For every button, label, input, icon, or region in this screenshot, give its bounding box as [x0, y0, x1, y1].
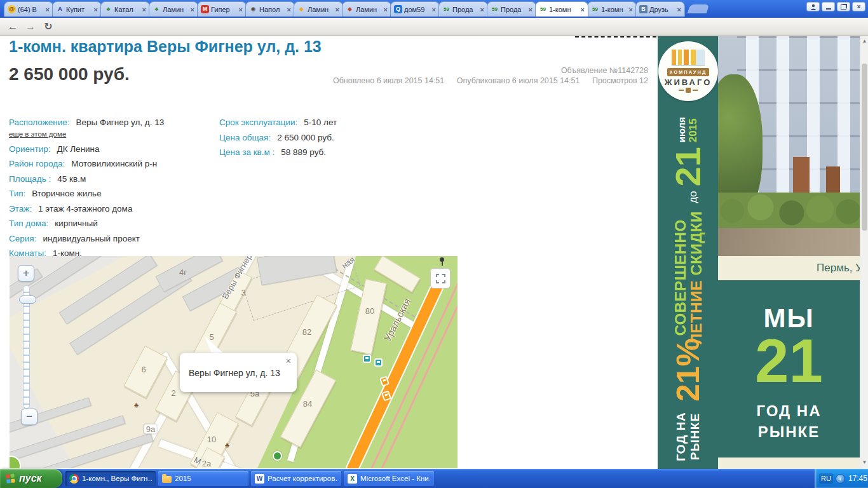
- browser-tab[interactable]: Qдом59×: [390, 1, 440, 17]
- page-scrollbar[interactable]: ▲ ▼: [860, 36, 868, 469]
- n59-icon: 59: [491, 5, 499, 13]
- tab-close-icon[interactable]: ×: [677, 6, 681, 13]
- reload-button[interactable]: ↻: [41, 20, 56, 34]
- map-zoom-slider-track[interactable]: [23, 285, 30, 409]
- more-in-this-house-link[interactable]: еще в этом доме: [9, 130, 212, 138]
- detail-row: Расположение:Веры Фигнер ул, д. 13: [9, 118, 212, 127]
- tab-close-icon[interactable]: ×: [336, 6, 339, 13]
- system-tray: RU ‹ 17:45: [815, 469, 868, 488]
- scroll-up-icon[interactable]: ▲: [860, 36, 868, 46]
- ad-side-caption: ГОД НА РЫНКЕ: [658, 405, 718, 468]
- listing-published: Опубликовано 6 июля 2015 14:51: [457, 76, 580, 85]
- map-zoom-out-button[interactable]: −: [21, 409, 37, 425]
- ad-banner-main[interactable]: Пермь, У МЫ 21 ГОД НА РЫНКЕ: [718, 36, 860, 469]
- map-building-label: 2а: [202, 459, 211, 468]
- detail-value: 45 кв.м: [57, 174, 86, 184]
- close-button[interactable]: ×: [852, 2, 865, 11]
- map-building-label: 3: [241, 288, 245, 297]
- tab-label: (64) В: [18, 6, 44, 13]
- tab-close-icon[interactable]: ×: [94, 6, 98, 13]
- browser-tab[interactable]: МГипер×: [197, 1, 247, 17]
- start-label: пуск: [19, 473, 42, 484]
- tree-icon: ♣: [104, 5, 112, 13]
- minimize-icon: [826, 8, 831, 10]
- restore-button[interactable]: [837, 2, 850, 11]
- browser-tab[interactable]: ВДрузь×: [635, 1, 685, 17]
- tab-label: Купит: [66, 6, 92, 13]
- browser-tab[interactable]: ♣Ламин×: [149, 1, 198, 17]
- ad-until-label: до: [686, 191, 703, 203]
- ad-logo-line2: ЖИВАГО: [665, 78, 712, 87]
- ad-banner-side-band[interactable]: КОМПАУНД ЖИВАГО до 21 июля 2015 СОВЕРШЕН…: [658, 36, 718, 469]
- ad-years-line1: ГОД НА: [718, 402, 860, 420]
- start-button[interactable]: пуск: [0, 469, 62, 488]
- map-building-label: 84: [303, 399, 312, 409]
- new-tab-button[interactable]: [688, 4, 710, 13]
- detail-label: Цена общая:: [219, 133, 271, 142]
- balloon-close-icon[interactable]: ×: [286, 356, 291, 366]
- detail-label: Этаж:: [9, 204, 32, 214]
- browser-tab[interactable]: 59Прода×: [487, 1, 536, 17]
- taskbar-item[interactable]: WРасчет корректиров…: [251, 471, 341, 486]
- browser-tab[interactable]: ◆Ламин×: [342, 1, 391, 17]
- taskbar-clock: 17:45: [848, 474, 867, 483]
- bus-stop-icon[interactable]: [374, 358, 383, 367]
- listing-price: 2 650 000 руб.: [9, 64, 130, 85]
- browser-tab[interactable]: ♣Катал×: [100, 1, 150, 17]
- ad-photo-accent: [793, 157, 810, 195]
- avito-icon: A: [56, 5, 64, 13]
- detail-row: Цена за кв.м :58 889 руб.: [219, 147, 429, 157]
- browser-tab[interactable]: ◆Ламин×: [294, 1, 343, 17]
- map-pin-icon[interactable]: [440, 257, 445, 266]
- bus-stop-icon[interactable]: [363, 355, 371, 363]
- n59-icon: 59: [539, 5, 547, 13]
- detail-value: Мотовилихинский р-н: [71, 159, 157, 168]
- tab-close-icon[interactable]: ×: [384, 6, 388, 13]
- browser-tab[interactable]: 591-комн×: [535, 1, 588, 17]
- scrollbar-thumb[interactable]: [862, 64, 867, 231]
- user-profile-button[interactable]: [806, 2, 820, 11]
- map-building-label: 5: [209, 332, 214, 342]
- map-zoom-in-button[interactable]: +: [18, 265, 34, 281]
- browser-toolbar: ← → ↻ dom.59.ru /realty/sell/residential…: [0, 18, 868, 36]
- minimize-button[interactable]: [822, 2, 835, 11]
- map-building-label: 6: [141, 365, 146, 374]
- tab-close-icon[interactable]: ×: [191, 6, 194, 13]
- map-fullscreen-button[interactable]: [430, 268, 451, 288]
- tab-close-icon[interactable]: ×: [432, 6, 436, 13]
- back-button[interactable]: ←: [5, 20, 20, 34]
- ad-deadline: до 21 июля 2015: [658, 109, 718, 211]
- ad-discount: 21%: [658, 332, 718, 408]
- tab-close-icon[interactable]: ×: [529, 6, 532, 13]
- taskbar-item[interactable]: 1-комн., Веры Фигн…: [65, 471, 156, 486]
- scroll-down-icon[interactable]: ▼: [860, 458, 868, 468]
- taskbar-item-label: Расчет корректиров…: [268, 475, 337, 482]
- taskbar-item-label: Microsoft Excel - Кни…: [360, 475, 430, 482]
- tab-close-icon[interactable]: ×: [480, 6, 484, 13]
- tab-close-icon[interactable]: ×: [239, 6, 243, 13]
- n59-icon: 59: [442, 5, 451, 13]
- window-controls: ×: [806, 2, 865, 11]
- tab-close-icon[interactable]: ×: [581, 6, 585, 13]
- tab-close-icon[interactable]: ×: [629, 6, 633, 13]
- map[interactable]: Веры Фигнер ул, д. 13 × + − ♣ ♣ 4г358082…: [10, 256, 458, 468]
- tab-close-icon[interactable]: ×: [142, 6, 146, 13]
- browser-tab[interactable]: ◉Напол×: [245, 1, 295, 17]
- detail-label: Цена за кв.м :: [219, 147, 275, 157]
- browser-tab[interactable]: @(64) В×: [4, 1, 53, 17]
- ad-until-day: 21: [673, 147, 703, 186]
- ad-promo-line1: СОВЕРШЕННО: [672, 211, 688, 344]
- taskbar-item[interactable]: 2015: [158, 471, 248, 486]
- forward-button[interactable]: →: [23, 20, 38, 34]
- tab-close-icon[interactable]: ×: [46, 6, 50, 13]
- listing-updated: Обновлено 6 июля 2015 14:51: [333, 76, 444, 85]
- map-zoom-slider-handle[interactable]: [19, 295, 36, 304]
- browser-tab[interactable]: 591-комн×: [587, 1, 637, 17]
- tree-icon: ♣: [153, 5, 161, 13]
- browser-tab[interactable]: AКупит×: [52, 1, 102, 17]
- tab-close-icon[interactable]: ×: [287, 6, 291, 13]
- browser-tab[interactable]: 59Прода×: [438, 1, 488, 17]
- language-indicator[interactable]: RU: [819, 473, 833, 484]
- taskbar-item[interactable]: XMicrosoft Excel - Кни…: [344, 471, 434, 486]
- hide-icons-button[interactable]: ‹: [836, 474, 845, 484]
